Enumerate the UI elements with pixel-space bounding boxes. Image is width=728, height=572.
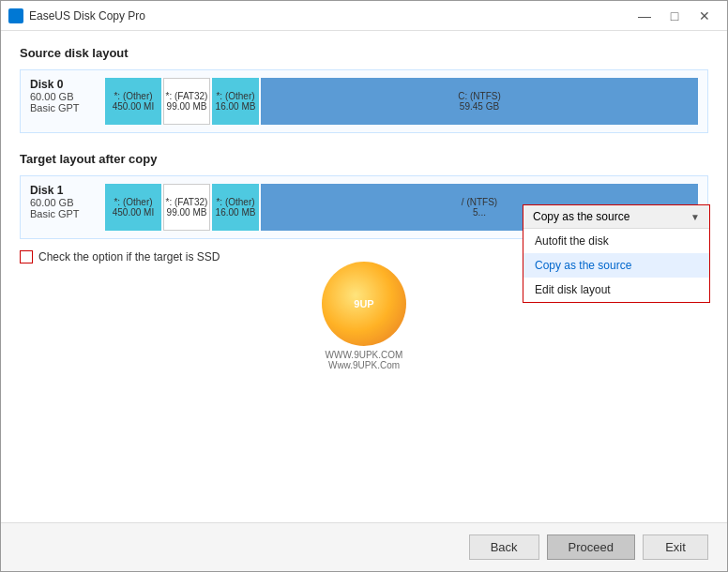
close-button[interactable]: ✕ — [690, 1, 720, 31]
source-part-3: *: (Other) 16.00 MB — [212, 78, 259, 125]
source-part-2: *: (FAT32) 99.00 MB — [163, 78, 210, 125]
layout-dropdown[interactable]: Copy as the source ▼ Autofit the disk Co… — [523, 204, 710, 303]
app-icon — [8, 8, 23, 23]
source-section-title: Source disk layout — [20, 46, 708, 60]
source-disk-type: Basic GPT — [30, 102, 98, 113]
chevron-down-icon: ▼ — [690, 212, 700, 222]
target-disk-type: Basic GPT — [30, 208, 98, 219]
layout-dropdown-wrapper: Copy as the source ▼ Autofit the disk Co… — [523, 204, 710, 303]
exit-button[interactable]: Exit — [643, 534, 708, 560]
source-partitions: *: (Other) 450.00 MI *: (FAT32) 99.00 MB… — [105, 78, 698, 125]
ssd-label: Check the option if the target is SSD — [38, 250, 220, 263]
window-title: EaseUS Disk Copy Pro — [29, 9, 629, 23]
proceed-button[interactable]: Proceed — [547, 534, 635, 560]
dropdown-item-edit-layout[interactable]: Edit disk layout — [523, 278, 709, 302]
back-button[interactable]: Back — [469, 534, 539, 560]
maximize-button[interactable]: □ — [660, 1, 690, 31]
footer: Back Proceed Exit — [1, 522, 727, 571]
ssd-checkbox[interactable] — [20, 250, 33, 263]
target-disk-info: Disk 1 60.00 GB Basic GPT — [30, 184, 105, 231]
dropdown-item-autofit[interactable]: Autofit the disk — [523, 229, 709, 253]
watermark: 9UP WWW.9UPK.COM Www.9UPK.Com — [322, 262, 406, 370]
source-part-4: C: (NTFS) 59.45 GB — [261, 78, 698, 125]
content-area: Source disk layout Disk 0 60.00 GB Basic… — [1, 31, 727, 522]
watermark-logo: 9UP — [322, 262, 406, 346]
window-controls: — □ ✕ — [629, 1, 720, 31]
main-window: EaseUS Disk Copy Pro — □ ✕ Source disk l… — [0, 0, 728, 572]
target-part-2: *: (FAT32) 99.00 MB — [163, 184, 210, 231]
target-disk-size: 60.00 GB — [30, 197, 98, 208]
titlebar: EaseUS Disk Copy Pro — □ ✕ — [1, 1, 727, 31]
watermark-text-2: Www.9UPK.Com — [322, 360, 406, 370]
source-part-1: *: (Other) 450.00 MI — [105, 78, 161, 125]
minimize-button[interactable]: — — [629, 1, 660, 31]
source-disk-container: Disk 0 60.00 GB Basic GPT *: (Other) 450… — [20, 69, 708, 133]
source-disk-name: Disk 0 — [30, 78, 98, 91]
dropdown-header[interactable]: Copy as the source ▼ — [523, 205, 709, 229]
target-disk-name: Disk 1 — [30, 184, 98, 197]
source-disk-info: Disk 0 60.00 GB Basic GPT — [30, 78, 105, 125]
target-part-3: *: (Other) 16.00 MB — [212, 184, 259, 231]
dropdown-item-copy-as-source[interactable]: Copy as the source — [523, 253, 709, 278]
dropdown-selected-label: Copy as the source — [533, 210, 629, 223]
target-section-title: Target layout after copy — [20, 152, 708, 166]
target-part-1: *: (Other) 450.00 MI — [105, 184, 161, 231]
source-disk-size: 60.00 GB — [30, 91, 98, 102]
watermark-text-1: WWW.9UPK.COM — [322, 350, 406, 360]
